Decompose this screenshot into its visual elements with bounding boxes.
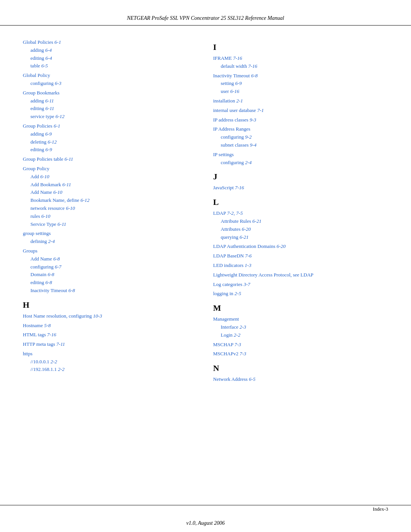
global-policies-table-link[interactable]: table 6-5 — [30, 63, 48, 69]
ldap-attributes-link[interactable]: Attributes 6-20 — [221, 226, 251, 232]
http-meta-tags-link[interactable]: HTTP meta tags 7-11 — [23, 341, 65, 347]
global-policy-configuring-link[interactable]: configuring 6-3 — [30, 80, 61, 86]
ip-address-ranges-link[interactable]: IP Address Ranges — [213, 126, 250, 132]
global-policies-link[interactable]: Global Policies 6-1 — [23, 39, 61, 45]
ip-settings-link[interactable]: IP settings — [213, 152, 234, 157]
group-bookmarks-link[interactable]: Group Bookmarks — [23, 90, 59, 96]
list-item: MSCHAPv2 7-3 — [213, 350, 388, 358]
lightweight-directory-link[interactable]: Lightweight Directory Access Protocol, s… — [213, 272, 314, 278]
list-item: Attributes 6-20 — [221, 225, 388, 233]
ip-address-ranges-configuring-link[interactable]: configuring 9-2 — [221, 134, 252, 140]
ip-settings-configuring-link[interactable]: configuring 2-4 — [221, 160, 252, 165]
group-policy-network-resource-link[interactable]: network resource 6-10 — [30, 205, 75, 211]
group-policy-link[interactable]: Group Policy — [23, 166, 49, 171]
group-policies-deleting-link[interactable]: deleting 6-12 — [30, 139, 57, 145]
list-item: IP Address Ranges — [213, 125, 388, 133]
section-letter-l: L — [213, 197, 388, 207]
ip-address-ranges-subnet-classes-link[interactable]: subnet classes 9-4 — [221, 142, 256, 148]
https-10001-link[interactable]: //10.0.0.1 2-2 — [30, 359, 57, 364]
list-item: querying 6-21 — [221, 233, 388, 241]
list-item: subnet classes 9-4 — [221, 141, 388, 149]
group-bookmarks-adding-link[interactable]: adding 6-11 — [30, 98, 54, 104]
iframe-link[interactable]: IFRAME 7-16 — [213, 55, 242, 61]
https-link[interactable]: https — [23, 351, 32, 356]
list-item: adding 6-4 — [30, 46, 198, 54]
footer-index-label: Index-3 — [373, 506, 388, 512]
list-item: Group Policies table 6-11 — [23, 155, 198, 163]
network-address-link[interactable]: Network Address 6-5 — [213, 376, 255, 382]
global-policies-editing-link[interactable]: editing 6-4 — [30, 55, 52, 61]
group-policy-rules-link[interactable]: rules 6-10 — [30, 213, 50, 219]
list-item: Group Policy — [23, 165, 198, 173]
global-policies-adding-link[interactable]: adding 6-4 — [30, 47, 52, 53]
group-policy-add-name-link[interactable]: Add Name 6-10 — [30, 189, 62, 195]
ldap-auth-domains-link[interactable]: LDAP Authentication Domains 6-20 — [213, 243, 286, 249]
groups-link[interactable]: Groups — [23, 248, 37, 254]
ldap-querying-link[interactable]: querying 6-21 — [221, 234, 249, 240]
global-policy-link[interactable]: Global Policy — [23, 72, 50, 78]
section-letter-n: N — [213, 363, 388, 373]
list-item: editing 6-11 — [30, 105, 198, 113]
hostname-link[interactable]: Hostname 5-8 — [23, 323, 51, 328]
management-link[interactable]: Management — [213, 316, 239, 322]
list-item: Management — [213, 315, 388, 323]
group-bookmarks-service-type-link[interactable]: service type 6-12 — [30, 113, 65, 119]
list-item: user 6-16 — [221, 88, 388, 96]
internal-user-database-link[interactable]: internal user database 7-1 — [213, 107, 264, 113]
inactivity-timeout-link[interactable]: Inactivity Timeout 6-8 — [213, 73, 258, 78]
group-policies-link[interactable]: Group Policies 6-1 — [23, 123, 60, 129]
list-item: Network Address 6-5 — [213, 375, 388, 383]
groups-inactivity-timeout-link[interactable]: Inactivity Timeout 6-8 — [30, 288, 75, 293]
iframe-default-width-link[interactable]: default width 7-16 — [221, 63, 257, 69]
mschapv2-link[interactable]: MSCHAPv2 7-3 — [213, 351, 246, 356]
list-item: https — [23, 350, 198, 358]
group-settings-defining-link[interactable]: defining 2-4 — [30, 238, 55, 244]
management-interface-link[interactable]: Interface 2-3 — [221, 324, 246, 330]
section-letter-h: H — [23, 300, 198, 310]
list-item: Inactivity Timeout 6-8 — [30, 287, 198, 295]
groups-configuring-link[interactable]: configuring 6-7 — [30, 264, 61, 270]
list-item: Add Bookmark 6-11 — [30, 181, 198, 189]
list-item: table 6-5 — [30, 62, 198, 70]
groups-add-name-link[interactable]: Add Name 6-8 — [30, 256, 60, 262]
group-policy-service-type-link[interactable]: Service Type 6-11 — [30, 221, 66, 227]
page-header: NETGEAR ProSafe SSL VPN Concentrator 25 … — [0, 0, 411, 26]
list-item: rules 6-10 — [30, 212, 198, 220]
list-item: Attribute Rules 6-21 — [221, 217, 388, 225]
inactivity-timeout-setting-link[interactable]: setting 6-9 — [221, 80, 242, 86]
group-policies-adding-link[interactable]: adding 6-9 — [30, 131, 52, 137]
log-categories-link[interactable]: Log categories 3-7 — [213, 281, 250, 287]
group-bookmarks-editing-link[interactable]: editing 6-11 — [30, 105, 54, 111]
html-tags-link[interactable]: HTML tags 7-16 — [23, 332, 56, 337]
group-policy-add-link[interactable]: Add 6-10 — [30, 174, 49, 179]
ldap-link[interactable]: LDAP 7-2, 7-5 — [213, 210, 243, 216]
list-item: IP settings — [213, 151, 388, 159]
hostname-resolution-link[interactable]: Host Name resolution, configuring 10-3 — [23, 313, 102, 319]
list-item: configuring 2-4 — [221, 159, 388, 167]
installation-link[interactable]: installation 2-1 — [213, 98, 243, 104]
ip-address-classes-link[interactable]: IP address classes 9-3 — [213, 117, 256, 123]
logging-in-link[interactable]: logging in 2-5 — [213, 291, 241, 296]
group-policies-table-link[interactable]: Group Policies table 6-11 — [23, 156, 73, 162]
list-item: //10.0.0.1 2-2 — [30, 358, 198, 366]
footer-version: v1.0, August 2006 — [0, 520, 411, 526]
group-policy-bookmark-name-link[interactable]: Bookmark Name, define 6-12 — [30, 197, 89, 203]
list-item: adding 6-9 — [30, 130, 198, 138]
group-policy-add-bookmark-link[interactable]: Add Bookmark 6-11 — [30, 182, 71, 187]
groups-domain-link[interactable]: Domain 6-8 — [30, 272, 54, 277]
groups-editing-link[interactable]: editing 6-8 — [30, 280, 52, 285]
group-settings-link[interactable]: group settings — [23, 230, 51, 236]
led-indicators-link[interactable]: LED indicators 1-3 — [213, 262, 251, 268]
ldap-attribute-rules-link[interactable]: Attribute Rules 6-21 — [221, 218, 261, 224]
list-item: LED indicators 1-3 — [213, 262, 388, 270]
https-19216811-link[interactable]: //192.168.1.1 2-2 — [30, 366, 65, 372]
javascript-link[interactable]: JavaScript 7-16 — [213, 185, 244, 190]
list-item: Interface 2-3 — [221, 323, 388, 331]
list-item: setting 6-9 — [221, 80, 388, 88]
list-item: default width 7-16 — [221, 62, 388, 70]
management-login-link[interactable]: Login 2-2 — [221, 332, 241, 338]
inactivity-timeout-user-link[interactable]: user 6-16 — [221, 88, 239, 94]
ldap-basedn-link[interactable]: LDAP BaseDN 7-6 — [213, 253, 252, 259]
mschap-link[interactable]: MSCHAP 7-3 — [213, 342, 241, 347]
group-policies-editing-link[interactable]: editing 6-9 — [30, 147, 52, 152]
